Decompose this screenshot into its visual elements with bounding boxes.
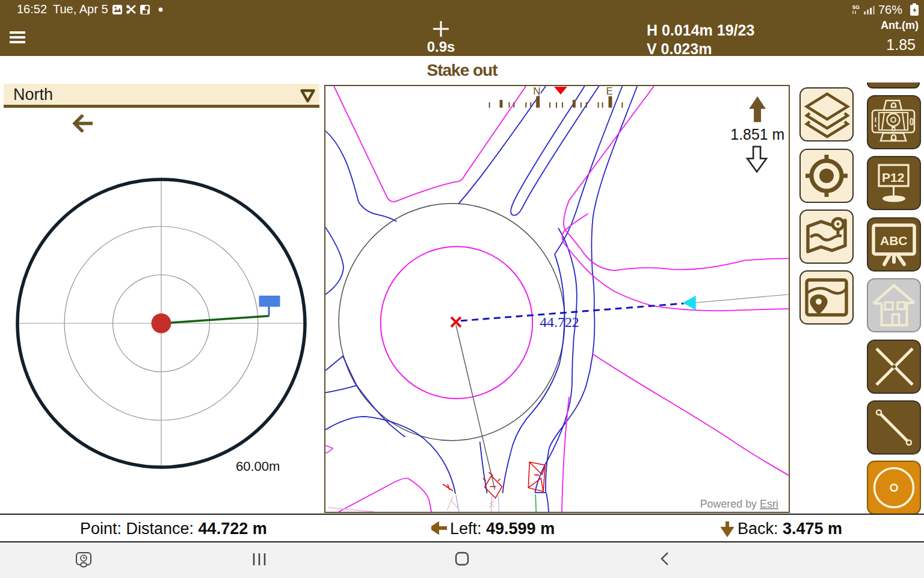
svg-text:ABC: ABC (880, 234, 908, 247)
svg-text:60.00m: 60.00m (236, 459, 280, 474)
svg-text:5G: 5G (852, 4, 860, 10)
svg-text:Powered by Esri: Powered by Esri (700, 498, 778, 510)
svg-text:44.722: 44.722 (540, 314, 579, 330)
svg-text:P12: P12 (882, 170, 904, 184)
svg-text:N: N (533, 85, 540, 97)
svg-text:1.851 m: 1.851 m (730, 126, 784, 143)
svg-text:E: E (606, 85, 613, 97)
